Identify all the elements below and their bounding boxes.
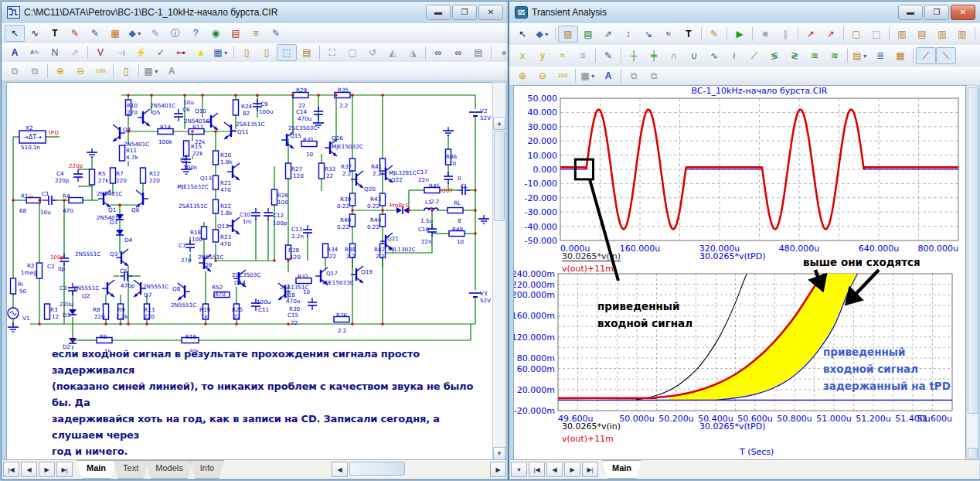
resistor[interactable]	[69, 198, 83, 203]
toolbar-button[interactable]: ▤	[226, 25, 246, 42]
toolbar-button[interactable]: ▶	[730, 26, 750, 43]
resistor[interactable]	[111, 168, 116, 183]
toolbar-button[interactable]: ◉	[206, 25, 226, 42]
toolbar-button[interactable]: ✎	[266, 25, 286, 42]
minimize-button[interactable]: ▬	[898, 5, 923, 20]
toolbar-button[interactable]: ↺	[362, 44, 383, 61]
toolbar-button[interactable]: ∿	[25, 25, 45, 42]
toolbar-button[interactable]: ≋	[825, 47, 845, 64]
toolbar-button[interactable]: V	[90, 44, 111, 61]
toolbar-button[interactable]: ⚡	[131, 44, 151, 61]
hscrollbar-thumb[interactable]	[349, 462, 405, 476]
toolbar-button[interactable]: ⬚	[866, 26, 886, 43]
toolbar-button[interactable]: N	[45, 44, 65, 61]
last-page-button[interactable]: ▶|	[56, 462, 73, 477]
toolbar-button[interactable]: ▦▼	[141, 63, 162, 80]
toolbar-button[interactable]: ▦▼	[211, 44, 231, 61]
toolbar-button[interactable]: ▤	[468, 44, 488, 61]
hscroll-right-icon[interactable]: ▶	[490, 462, 506, 477]
resistor[interactable]	[213, 230, 219, 242]
toolbar-button[interactable]: T	[679, 26, 699, 43]
toolbar-button[interactable]: y	[533, 47, 553, 64]
toolbar-button[interactable]: ↗	[801, 26, 821, 43]
prev-page-button[interactable]: ◀	[546, 462, 563, 477]
toolbar-button[interactable]: ▦▼	[578, 67, 598, 84]
transistor[interactable]	[227, 217, 240, 234]
toolbar-button[interactable]: ▥	[892, 26, 912, 43]
page-list-icon[interactable]: ▾	[511, 462, 527, 477]
toolbar-button[interactable]: ✎	[85, 25, 105, 42]
close-button[interactable]: ✕	[478, 5, 503, 20]
last-page-button[interactable]: ▶|	[582, 462, 598, 477]
resistor[interactable]	[213, 200, 219, 213]
schematic-titlebar[interactable]: C:\MC11\DATA\Petrov\BC-1\BC-1_10kHz-нача…	[2, 2, 508, 23]
toolbar-button[interactable]: ✎	[65, 25, 85, 42]
resistor[interactable]	[141, 168, 146, 183]
scroll-up-icon[interactable]: ▲	[493, 117, 505, 130]
resistor[interactable]	[286, 163, 291, 179]
toolbar-button[interactable]: ▤	[912, 26, 932, 43]
toolbar-button[interactable]: ≷	[784, 47, 805, 64]
toolbar-button[interactable]: ≶	[764, 47, 784, 64]
toolbar-button[interactable]: ╪	[644, 47, 664, 64]
toolbar-button[interactable]: A	[162, 63, 182, 80]
toolbar-button[interactable]: ▥	[952, 26, 972, 43]
hscroll-left-icon[interactable]: ◀	[332, 462, 348, 477]
toolbar-button[interactable]: ■	[755, 26, 775, 43]
transistor[interactable]	[136, 190, 148, 207]
toolbar-button[interactable]: fx	[553, 47, 573, 64]
resistor[interactable]	[11, 278, 16, 294]
toolbar-button[interactable]: ▯	[116, 63, 136, 80]
scroll-down-icon[interactable]: ▼	[493, 447, 505, 460]
toolbar-button[interactable]: ▢	[846, 26, 866, 43]
toolbar-button[interactable]: ▲	[191, 44, 211, 61]
toolbar-button[interactable]: →|	[111, 44, 131, 61]
toolbar-button[interactable]: x	[512, 47, 533, 64]
resistor[interactable]	[272, 189, 277, 205]
toolbar-button[interactable]: ≡	[246, 25, 266, 42]
toolbar-button[interactable]: ⟍	[936, 47, 956, 64]
hscrollbar-fragment[interactable]	[968, 448, 978, 459]
resistor[interactable]	[120, 145, 125, 161]
toolbar-button[interactable]: ✎	[598, 47, 618, 64]
toolbar-button[interactable]: A∿	[25, 44, 45, 61]
tab-main[interactable]: Main	[602, 460, 641, 479]
tab-text[interactable]: Text	[113, 460, 148, 479]
toolbar-button[interactable]: A	[598, 67, 618, 84]
resistor[interactable]	[184, 141, 189, 156]
next-page-button[interactable]: ▶	[39, 462, 55, 477]
toolbar-button[interactable]: ≣	[870, 47, 890, 64]
toolbar-button[interactable]: ▯	[257, 44, 277, 61]
toolbar-button[interactable]: ∥	[775, 26, 795, 43]
schematic-vscrollbar[interactable]: ▲ ▼	[492, 82, 506, 461]
toolbar-button[interactable]: ∞	[428, 44, 448, 61]
toolbar-button[interactable]: ↖	[512, 26, 533, 43]
toolbar-button[interactable]: ⊖	[533, 67, 553, 84]
analysis-vscrollbar[interactable]	[966, 85, 978, 461]
toolbar-button[interactable]: ?	[185, 25, 206, 42]
toolbar-button[interactable]: ✎	[145, 25, 165, 42]
toolbar-button[interactable]: ⊕	[512, 67, 533, 84]
tab-main[interactable]: Main	[77, 460, 116, 479]
toolbar-button[interactable]: ⧉	[25, 63, 45, 80]
toolbar-button[interactable]: ⧉	[5, 63, 25, 80]
toolbar-button[interactable]: 100	[90, 63, 111, 80]
toolbar-button[interactable]: ▯	[236, 44, 257, 61]
toolbar-button[interactable]: ⬚	[277, 44, 297, 61]
resistor[interactable]	[45, 304, 50, 319]
toolbar-button[interactable]: ≡	[573, 47, 593, 64]
analysis-titlebar[interactable]: Transient Analysis ▬ ❐ ✕	[509, 2, 980, 23]
scrollbar-thumb[interactable]	[494, 131, 505, 221]
toolbar-button[interactable]: ▤	[297, 44, 317, 61]
toolbar-button[interactable]: 100	[553, 67, 573, 84]
close-button[interactable]: ✕	[951, 5, 975, 20]
toolbar-button[interactable]: T	[45, 25, 65, 42]
transistor[interactable]	[116, 249, 128, 266]
toolbar-button[interactable]: ▤	[578, 26, 598, 43]
toolbar-button[interactable]: ◆▼	[533, 26, 553, 43]
toolbar-button[interactable]: ∪	[684, 47, 704, 64]
toolbar-button[interactable]: ↕	[618, 26, 638, 43]
toolbar-button[interactable]: ⇗	[65, 44, 85, 61]
toolbar-button[interactable]: ⟋	[916, 47, 936, 64]
transistor[interactable]	[102, 280, 114, 297]
